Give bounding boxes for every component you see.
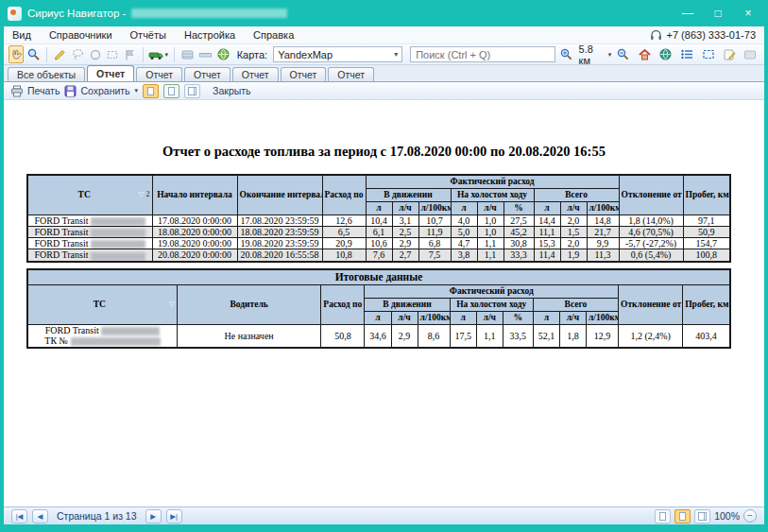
- col-header-deviation[interactable]: Отклонение от нормы, л: [619, 284, 683, 324]
- sort-order-badge: 2: [146, 190, 150, 198]
- col-header-interval-start[interactable]: Начало интервала: [152, 175, 237, 215]
- zoom-out-button[interactable]: [614, 45, 632, 63]
- group-header-total: Всего: [534, 188, 619, 201]
- col-header-norm[interactable]: Расход по норме, л: [321, 284, 365, 324]
- unit-header: л: [534, 201, 560, 215]
- report-page: Отчет о расходе топлива за период с 17.0…: [4, 100, 764, 506]
- pan-tool-button[interactable]: [9, 45, 24, 63]
- main-toolbar: ▾ Карта: YandexMap ▾ 5.8 км ▾: [4, 44, 764, 65]
- col-header-mileage[interactable]: Пробег, км: [683, 175, 730, 215]
- col-header-driver[interactable]: Водитель: [177, 284, 320, 324]
- globe-route-button[interactable]: [215, 45, 231, 63]
- redacted-text: [91, 217, 145, 226]
- table-row[interactable]: FORD Transit 18.08.2020 0:00:0018.08.202…: [27, 226, 730, 237]
- vehicle-layer-button[interactable]: ▾: [147, 45, 169, 63]
- headset-icon: [650, 29, 662, 42]
- zoom-in-button[interactable]: [557, 45, 575, 63]
- col-header-interval-end[interactable]: Окончание интервала: [237, 175, 322, 215]
- group-header-moving: В движении: [366, 188, 451, 201]
- redacted-text: [91, 252, 145, 261]
- screenshot-button-disabled: [742, 45, 759, 63]
- unit-header: л/ч: [391, 311, 418, 324]
- maximize-button[interactable]: □: [704, 5, 732, 22]
- view-two-pages-button[interactable]: [184, 84, 200, 98]
- globe-button[interactable]: [657, 45, 674, 63]
- group-header-total: Всего: [533, 298, 618, 311]
- view-page-width-button[interactable]: [143, 84, 159, 98]
- tab-all-objects[interactable]: Все объекты: [8, 67, 85, 81]
- menu-view[interactable]: Вид: [12, 29, 31, 41]
- edit-tool-button[interactable]: [52, 45, 67, 63]
- print-button[interactable]: Печать: [10, 85, 60, 97]
- last-page-button[interactable]: ▶|: [166, 509, 182, 523]
- sort-down-icon: ▽: [138, 190, 144, 198]
- support-phone: +7 (863) 333-01-73: [667, 29, 756, 41]
- tab-report-active[interactable]: Отчет: [87, 65, 134, 81]
- rect-select-button-disabled: [105, 45, 120, 63]
- window-title: Сириус Навигатор -: [27, 8, 126, 19]
- search-input[interactable]: [410, 46, 555, 62]
- flag-tool-button-disabled: [122, 45, 137, 63]
- col-header-mileage[interactable]: Пробег, км: [683, 284, 730, 324]
- unit-header: л/100км: [587, 201, 619, 215]
- close-report-button[interactable]: Закрыть: [213, 85, 250, 96]
- selection-frame-button[interactable]: [699, 45, 717, 63]
- close-button[interactable]: ×: [734, 5, 762, 22]
- unit-header: л/ч: [476, 311, 503, 324]
- chevron-down-icon: ▾: [394, 50, 398, 59]
- col-header-tc[interactable]: ТС▽2: [27, 175, 152, 215]
- col-header-norm[interactable]: Расход по норме, л: [322, 175, 366, 215]
- redacted-company-name: [131, 9, 287, 18]
- app-logo-icon: [8, 7, 22, 21]
- view-whole-page-button[interactable]: [163, 84, 179, 98]
- table-row[interactable]: FORD Transit 17.08.2020 0:00:0017.08.202…: [27, 215, 730, 226]
- report-title: Отчет о расходе топлива за период с 17.0…: [4, 144, 764, 160]
- unit-header: л/ч: [477, 201, 503, 215]
- menu-help[interactable]: Справка: [253, 29, 294, 41]
- first-page-button[interactable]: |◀: [11, 509, 27, 523]
- redacted-text: [91, 229, 145, 237]
- ruler-tool-button-disabled: [197, 45, 213, 63]
- tab-report[interactable]: Отчет: [184, 67, 230, 81]
- col-header-tc[interactable]: ТС▽: [27, 284, 177, 324]
- unit-header: л: [451, 201, 477, 215]
- printer-icon: [10, 85, 24, 97]
- zoom-level: 100%: [714, 510, 740, 522]
- table-row[interactable]: FORD Transit ТК № Не назначен 50,834,62,…: [27, 324, 730, 348]
- unit-header: л: [450, 311, 476, 324]
- notes-button[interactable]: [720, 45, 738, 63]
- table-row[interactable]: FORD Transit 19.08.2020 0:00:0019.08.202…: [27, 238, 730, 249]
- unit-header: л: [533, 311, 559, 324]
- map-select[interactable]: YandexMap ▾: [273, 46, 402, 62]
- minimize-button[interactable]: —: [674, 5, 702, 22]
- save-button[interactable]: Сохранить: [64, 85, 129, 97]
- unit-header: %: [503, 311, 533, 324]
- tab-report[interactable]: Отчет: [136, 67, 182, 81]
- prev-page-button[interactable]: ◀: [32, 509, 48, 523]
- menu-reports[interactable]: Отчёты: [130, 29, 166, 41]
- tab-report[interactable]: Отчет: [328, 67, 374, 81]
- next-page-button[interactable]: ▶: [145, 509, 162, 523]
- table-row[interactable]: FORD Transit 20.08.2020 0:00:0020.08.202…: [27, 249, 730, 262]
- tab-report[interactable]: Отчет: [281, 67, 327, 81]
- magnifier-button[interactable]: [26, 45, 42, 63]
- save-dropdown-icon[interactable]: ▾: [135, 87, 139, 94]
- map-label: Карта:: [237, 49, 268, 60]
- view-fit-page-button[interactable]: [674, 509, 691, 523]
- home-button[interactable]: [636, 45, 654, 63]
- menu-settings[interactable]: Настройка: [184, 29, 235, 41]
- view-single-page-button[interactable]: [655, 509, 671, 523]
- unit-header: л/100км: [418, 201, 451, 215]
- tab-report[interactable]: Отчет: [232, 67, 279, 81]
- view-multi-page-button[interactable]: [694, 509, 710, 523]
- map-select-value: YandexMap: [278, 49, 333, 60]
- page-indicator: Страница 1 из 13: [53, 510, 141, 522]
- col-header-deviation[interactable]: Отклонение от нормы, л: [619, 175, 683, 215]
- map-scale-value[interactable]: 5.8 км: [579, 43, 606, 66]
- zoom-out-slider-button[interactable]: −: [743, 509, 757, 523]
- totals-table: Итоговые данные ТС▽ Водитель Расход по н…: [26, 268, 731, 349]
- menu-directories[interactable]: Справочники: [49, 29, 112, 41]
- group-header-moving: В движении: [365, 298, 450, 311]
- object-list-button[interactable]: [677, 45, 695, 63]
- group-header-idle: На холостом ходу: [450, 298, 533, 311]
